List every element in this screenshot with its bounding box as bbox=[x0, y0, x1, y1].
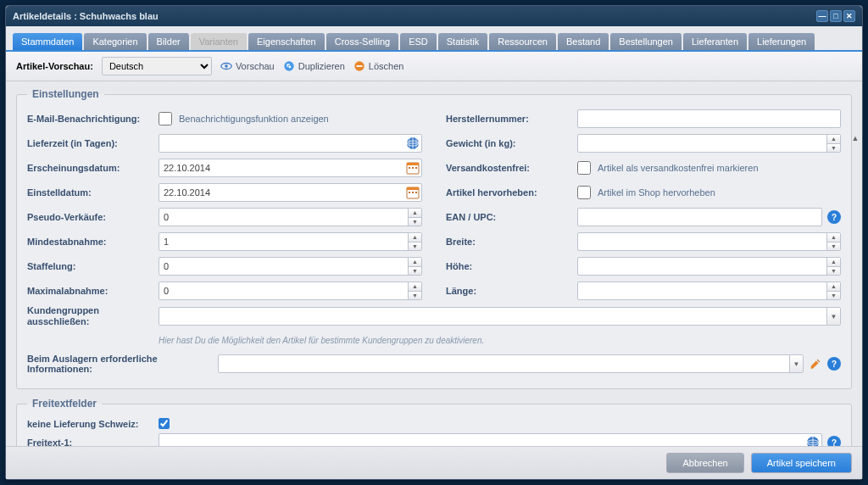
eye-icon bbox=[220, 60, 232, 72]
freetext1-input[interactable] bbox=[159, 433, 822, 446]
shipping-free-checkbox[interactable] bbox=[577, 161, 591, 175]
no-delivery-checkbox[interactable] bbox=[159, 418, 170, 429]
spinner-buttons[interactable]: ▲▼ bbox=[826, 258, 840, 275]
weight-label: Gewicht (in kg): bbox=[446, 138, 577, 148]
globe-icon[interactable] bbox=[406, 137, 420, 150]
tab-strip: Stammdaten Kategorien Bilder Varianten E… bbox=[6, 26, 862, 52]
delivery-time-input[interactable] bbox=[159, 134, 422, 153]
svg-rect-6 bbox=[356, 65, 362, 67]
required-info-combo[interactable] bbox=[218, 354, 804, 373]
spinner-buttons[interactable]: ▲▼ bbox=[408, 209, 421, 226]
pencil-icon[interactable] bbox=[809, 357, 822, 371]
highlight-text: Artikel im Shop hervorheben bbox=[598, 187, 715, 198]
article-details-window: Artikeldetails : Schuhwachs blau — □ ✕ S… bbox=[5, 5, 863, 480]
svg-rect-16 bbox=[409, 192, 410, 193]
freetext-legend: Freitextfelder bbox=[27, 398, 102, 410]
height-label: Höhe: bbox=[446, 261, 577, 271]
tab-bilder[interactable]: Bilder bbox=[148, 33, 189, 50]
ean-input[interactable] bbox=[577, 208, 822, 226]
cancel-button[interactable]: Abbrechen bbox=[666, 453, 743, 473]
create-date-input[interactable] bbox=[159, 183, 422, 202]
tab-crossselling[interactable]: Cross-Selling bbox=[326, 33, 398, 50]
delete-button[interactable]: Löschen bbox=[353, 60, 404, 72]
duplicate-icon bbox=[283, 60, 295, 72]
ean-label: EAN / UPC: bbox=[446, 212, 577, 222]
freetext1-label: Freitext-1: bbox=[27, 438, 159, 446]
release-date-label: Erscheinungsdatum: bbox=[27, 163, 159, 173]
window-title: Artikeldetails : Schuhwachs blau bbox=[13, 11, 159, 21]
settings-fieldset: Einstellungen E-Mail-Benachrichtigung: B… bbox=[16, 88, 852, 389]
length-input[interactable] bbox=[577, 282, 841, 300]
tab-lieferanten[interactable]: Lieferanten bbox=[683, 33, 747, 50]
pseudo-sales-input[interactable] bbox=[159, 208, 422, 226]
save-button[interactable]: Artikel speichern bbox=[751, 453, 852, 473]
length-label: Länge: bbox=[446, 286, 577, 296]
width-label: Breite: bbox=[446, 237, 577, 247]
tab-ressourcen[interactable]: Ressourcen bbox=[489, 33, 556, 50]
svg-rect-13 bbox=[415, 167, 417, 169]
pseudo-sales-label: Pseudo-Verkäufe: bbox=[27, 212, 159, 222]
highlight-checkbox[interactable] bbox=[577, 186, 591, 199]
shipping-free-label: Versandkostenfrei: bbox=[446, 163, 577, 173]
svg-rect-12 bbox=[412, 167, 414, 169]
supplier-number-label: Herstellernummer: bbox=[446, 114, 577, 124]
help-icon[interactable]: ? bbox=[827, 357, 841, 371]
min-purchase-input[interactable] bbox=[159, 232, 422, 251]
width-input[interactable] bbox=[577, 232, 841, 251]
scroll-up-icon[interactable]: ▲ bbox=[849, 134, 861, 146]
calendar-icon[interactable] bbox=[406, 161, 420, 175]
tab-kategorien[interactable]: Kategorien bbox=[84, 33, 146, 50]
highlight-label: Artikel hervorheben: bbox=[446, 187, 577, 198]
dropdown-trigger[interactable]: ▼ bbox=[789, 355, 803, 372]
customer-groups-hint: Hier hast Du die Möglichkeit den Artikel… bbox=[159, 336, 484, 345]
svg-rect-11 bbox=[409, 167, 410, 169]
spinner-buttons[interactable]: ▲▼ bbox=[826, 282, 840, 299]
tab-lieferungen[interactable]: Lieferungen bbox=[748, 33, 815, 50]
spinner-buttons[interactable]: ▲▼ bbox=[408, 233, 421, 250]
email-notification-text: Benachrichtigungsfunktion anzeigen bbox=[179, 114, 329, 124]
spinner-buttons[interactable]: ▲▼ bbox=[826, 135, 840, 152]
maximize-button[interactable]: □ bbox=[830, 10, 842, 22]
tab-eigenschaften[interactable]: Eigenschaften bbox=[248, 33, 325, 50]
help-icon[interactable]: ? bbox=[827, 210, 841, 224]
help-icon[interactable]: ? bbox=[827, 436, 841, 446]
freetext-fieldset: Freitextfelder keine Lieferung Schweiz: … bbox=[16, 398, 852, 446]
svg-rect-15 bbox=[407, 187, 419, 190]
settings-legend: Einstellungen bbox=[27, 88, 104, 100]
spinner-buttons[interactable]: ▲▼ bbox=[408, 282, 421, 299]
svg-rect-10 bbox=[407, 163, 419, 165]
customer-groups-combo[interactable] bbox=[159, 307, 841, 326]
dropdown-trigger[interactable]: ▼ bbox=[826, 308, 840, 325]
close-button[interactable]: ✕ bbox=[843, 10, 855, 22]
window-controls: — □ ✕ bbox=[816, 10, 855, 22]
minimize-button[interactable]: — bbox=[816, 10, 828, 22]
spinner-buttons[interactable]: ▲▼ bbox=[408, 258, 421, 275]
required-info-label: Beim Auslagern erforderliche Information… bbox=[27, 354, 218, 374]
tab-statistik[interactable]: Statistik bbox=[438, 33, 488, 50]
release-date-input[interactable] bbox=[159, 159, 422, 177]
tab-varianten: Varianten bbox=[191, 33, 247, 50]
create-date-label: Einstelldatum: bbox=[27, 187, 159, 198]
tab-stammdaten[interactable]: Stammdaten bbox=[13, 33, 82, 50]
preview-label: Artikel-Vorschau: bbox=[16, 61, 93, 71]
max-purchase-input[interactable] bbox=[159, 282, 422, 300]
svg-rect-4 bbox=[288, 65, 292, 69]
email-notification-label: E-Mail-Benachrichtigung: bbox=[27, 114, 159, 124]
duplicate-button[interactable]: Duplizieren bbox=[283, 60, 345, 72]
tab-esd[interactable]: ESD bbox=[400, 33, 437, 50]
tab-bestellungen[interactable]: Bestellungen bbox=[610, 33, 682, 50]
graduation-input[interactable] bbox=[159, 257, 422, 276]
globe-icon[interactable] bbox=[806, 436, 820, 446]
delete-icon bbox=[353, 60, 365, 72]
language-select[interactable]: Deutsch bbox=[102, 57, 212, 75]
supplier-number-input[interactable] bbox=[577, 109, 841, 128]
svg-rect-17 bbox=[412, 192, 414, 193]
email-notification-checkbox[interactable] bbox=[159, 112, 172, 125]
preview-button[interactable]: Vorschau bbox=[220, 60, 275, 72]
calendar-icon[interactable] bbox=[406, 186, 420, 199]
height-input[interactable] bbox=[577, 257, 841, 276]
shipping-free-text: Artikel als versandkostenfrei markieren bbox=[598, 163, 759, 173]
spinner-buttons[interactable]: ▲▼ bbox=[826, 233, 840, 250]
weight-input[interactable] bbox=[577, 134, 841, 153]
tab-bestand[interactable]: Bestand bbox=[558, 33, 609, 50]
